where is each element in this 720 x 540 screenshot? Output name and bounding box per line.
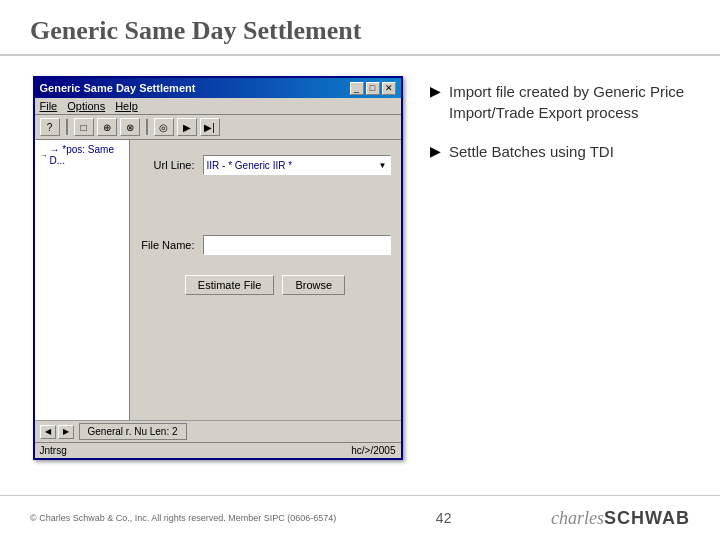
file-name-row: File Name: (140, 235, 391, 255)
toolbar: ? □ ⊕ ⊗ ◎ ▶ ▶| (35, 115, 401, 140)
footer: © Charles Schwab & Co., Inc. All rights … (0, 495, 720, 540)
footer-page-number: 42 (436, 510, 452, 526)
menu-file[interactable]: File (40, 100, 58, 112)
dialog-body: → → *pos: Same D... Url Line: IIR - * Ge… (35, 140, 401, 420)
file-name-label: File Name: (140, 239, 195, 251)
url-label: Url Line: (140, 159, 195, 171)
form-buttons: Estimate File Browse (140, 275, 391, 295)
slide: Generic Same Day Settlement Generic Same… (0, 0, 720, 540)
maximize-button[interactable]: □ (366, 82, 380, 95)
left-panel: Generic Same Day Settlement _ □ ✕ File O… (0, 66, 420, 495)
menu-bar: File Options Help (35, 98, 401, 115)
bullet-list: ▶ Import file created by Generic Price I… (430, 81, 695, 162)
tab-label: General r. Nu Len: 2 (88, 426, 178, 437)
url-dropdown-icon: ▼ (379, 161, 387, 170)
title-area: Generic Same Day Settlement (0, 0, 720, 56)
tab-general[interactable]: General r. Nu Len: 2 (79, 423, 187, 440)
content-area: Generic Same Day Settlement _ □ ✕ File O… (0, 56, 720, 495)
bullet-text-1: Import file created by Generic Price Imp… (449, 81, 695, 123)
tree-arrow-icon: → (40, 151, 48, 160)
tree-item-label: → *pos: Same D... (50, 144, 124, 166)
scroll-left-button[interactable]: ◀ (40, 425, 56, 439)
titlebar-buttons: _ □ ✕ (350, 82, 396, 95)
menu-help[interactable]: Help (115, 100, 138, 112)
dialog-form: Url Line: IIR - * Generic IIR * ▼ File N… (130, 140, 401, 420)
dialog-title: Generic Same Day Settlement (40, 82, 196, 94)
dialog-statusbar: Jntrsg hc/>/2005 (35, 442, 401, 458)
scroll-right-button[interactable]: ▶ (58, 425, 74, 439)
toolbar-separator-2 (146, 119, 148, 135)
logo-schwab: SCHWAB (604, 508, 690, 529)
minimize-button[interactable]: _ (350, 82, 364, 95)
footer-logo: charles SCHWAB (551, 508, 690, 529)
toolbar-btn-1[interactable]: □ (74, 118, 94, 136)
bullet-arrow-icon-2: ▶ (430, 143, 441, 159)
dialog-bottom: ◀ ▶ General r. Nu Len: 2 (35, 420, 401, 442)
url-select[interactable]: IIR - * Generic IIR * ▼ (203, 155, 391, 175)
dialog-titlebar: Generic Same Day Settlement _ □ ✕ (35, 78, 401, 98)
toolbar-btn-6[interactable]: ▶| (200, 118, 220, 136)
form-spacer (140, 190, 391, 220)
status-left: Jntrsg (40, 445, 67, 456)
toolbar-btn-3[interactable]: ⊗ (120, 118, 140, 136)
right-panel: ▶ Import file created by Generic Price I… (420, 66, 720, 495)
menu-options[interactable]: Options (67, 100, 105, 112)
scroll-arrows: ◀ ▶ (40, 425, 74, 439)
tree-item[interactable]: → → *pos: Same D... (38, 143, 126, 167)
tree-panel: → → *pos: Same D... (35, 140, 130, 420)
windows-dialog: Generic Same Day Settlement _ □ ✕ File O… (33, 76, 403, 460)
url-row: Url Line: IIR - * Generic IIR * ▼ (140, 155, 391, 175)
logo-charles: charles (551, 508, 604, 529)
bullet-arrow-icon-1: ▶ (430, 83, 441, 99)
estimate-file-button[interactable]: Estimate File (185, 275, 275, 295)
toolbar-btn-5[interactable]: ▶ (177, 118, 197, 136)
toolbar-help-button[interactable]: ? (40, 118, 60, 136)
browse-button[interactable]: Browse (282, 275, 345, 295)
footer-copyright: © Charles Schwab & Co., Inc. All rights … (30, 513, 336, 523)
bullet-item-2: ▶ Settle Batches using TDI (430, 141, 695, 162)
status-right: hc/>/2005 (351, 445, 395, 456)
close-button[interactable]: ✕ (382, 82, 396, 95)
toolbar-separator (66, 119, 68, 135)
file-name-input[interactable] (203, 235, 391, 255)
bullet-item-1: ▶ Import file created by Generic Price I… (430, 81, 695, 123)
slide-title: Generic Same Day Settlement (30, 16, 690, 46)
toolbar-btn-4[interactable]: ◎ (154, 118, 174, 136)
bullet-text-2: Settle Batches using TDI (449, 141, 614, 162)
toolbar-btn-2[interactable]: ⊕ (97, 118, 117, 136)
url-select-value: IIR - * Generic IIR * (207, 160, 293, 171)
